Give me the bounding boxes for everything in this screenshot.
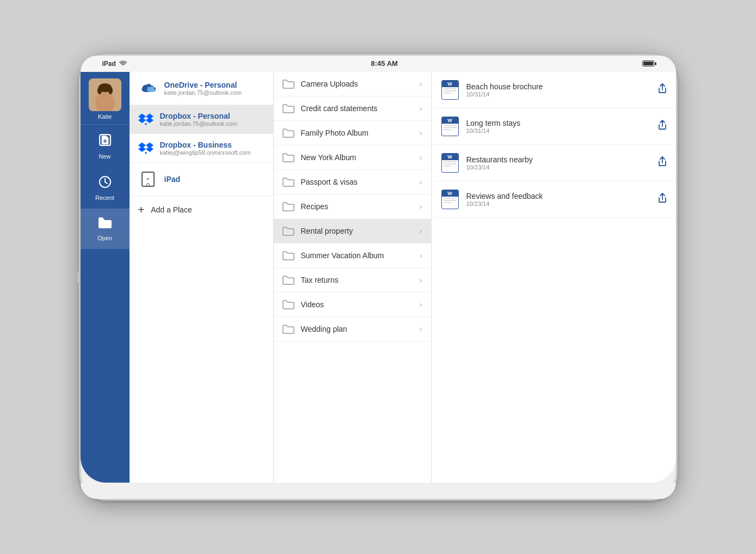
status-left: iPad xyxy=(102,60,127,68)
folder-item-4[interactable]: Passport & visas › xyxy=(274,170,431,194)
file-date-0: 10/31/14 xyxy=(466,91,651,98)
recent-icon xyxy=(98,175,112,192)
avatar xyxy=(89,78,121,111)
svg-line-14 xyxy=(105,182,107,184)
file-icon-3: W xyxy=(440,188,460,210)
add-place-label: Add a Place xyxy=(151,205,192,214)
folder-chevron-4: › xyxy=(420,178,422,186)
svg-marker-18 xyxy=(138,117,146,123)
nav-recent-label: Recent xyxy=(95,194,114,201)
file-date-2: 10/23/14 xyxy=(466,164,651,171)
folders-panel: Camera Uploads › Credit card statements … xyxy=(274,72,432,483)
folder-name-2: Family Photo Album xyxy=(301,129,413,137)
folder-name-9: Videos xyxy=(301,300,413,309)
folder-icon-4 xyxy=(282,177,294,187)
account-dropbox-business[interactable]: Dropbox - Business katiej@wingtip58.onmi… xyxy=(130,134,273,163)
nav-item-open[interactable]: Open xyxy=(81,209,130,249)
folder-chevron-7: › xyxy=(420,251,422,260)
status-bar: iPad 8:45 AM xyxy=(81,56,676,72)
folder-name-6: Rental property xyxy=(301,227,413,235)
file-item-1[interactable]: W Long term stays 10/31/14 xyxy=(432,108,676,145)
folder-item-6[interactable]: Rental property › xyxy=(274,219,431,243)
file-icon-2: W xyxy=(440,152,460,174)
folder-name-7: Summer Vacation Album xyxy=(301,251,413,260)
file-share-0[interactable] xyxy=(657,83,667,96)
file-name-0: Beach house brochure xyxy=(466,82,651,91)
file-item-3[interactable]: W Reviews and feedback 10/23/14 xyxy=(432,181,676,218)
file-item-0[interactable]: W Beach house brochure 10/31/14 xyxy=(432,72,676,108)
account-onedrive-text: OneDrive - Personal katie.jordan.75@outl… xyxy=(164,81,242,96)
account-dropbox-personal[interactable]: Dropbox - Personal katie.jordan.75@outlo… xyxy=(130,105,273,134)
dropbox-personal-icon xyxy=(138,112,153,127)
dropbox-business-icon xyxy=(138,141,153,156)
folder-icon-0 xyxy=(282,79,294,89)
main-area: Katie New xyxy=(81,72,676,483)
file-info-0: Beach house brochure 10/31/14 xyxy=(466,82,651,98)
folder-item-8[interactable]: Tax returns › xyxy=(274,268,431,293)
folder-item-3[interactable]: New York Album › xyxy=(274,145,431,170)
nav-new-label: New xyxy=(99,153,110,160)
folder-name-5: Recipes xyxy=(301,202,413,211)
folder-chevron-1: › xyxy=(420,104,422,113)
file-icon-0: W xyxy=(440,79,460,101)
file-icon-1: W xyxy=(440,115,460,137)
ipad-account-icon xyxy=(138,169,158,189)
folder-icon-10 xyxy=(282,324,294,334)
open-icon xyxy=(97,216,113,233)
onedrive-icon xyxy=(138,78,158,98)
file-share-1[interactable] xyxy=(657,119,667,133)
folder-name-4: Passport & visas xyxy=(301,178,413,186)
folder-chevron-3: › xyxy=(420,153,422,162)
nav-item-new[interactable]: New xyxy=(81,125,130,167)
account-dropbox-business-email: katiej@wingtip58.onmicrosoft.com xyxy=(160,149,251,156)
folder-name-3: New York Album xyxy=(301,153,413,162)
file-info-1: Long term stays 10/31/14 xyxy=(466,119,651,134)
account-ipad[interactable]: iPad xyxy=(130,163,273,196)
folder-item-5[interactable]: Recipes › xyxy=(274,194,431,219)
file-share-3[interactable] xyxy=(657,192,667,206)
folder-chevron-10: › xyxy=(420,325,422,333)
accounts-panel: OneDrive - Personal katie.jordan.75@outl… xyxy=(130,72,274,483)
folder-item-1[interactable]: Credit card statements › xyxy=(274,96,431,121)
account-dropbox-personal-name: Dropbox - Personal xyxy=(160,112,238,120)
status-right xyxy=(642,60,654,66)
status-time: 8:45 AM xyxy=(371,59,397,68)
nav-item-recent[interactable]: Recent xyxy=(81,167,130,209)
account-onedrive-name: OneDrive - Personal xyxy=(164,81,242,89)
add-place-item[interactable]: + Add a Place xyxy=(130,196,273,224)
folder-chevron-0: › xyxy=(420,80,422,88)
folder-name-1: Credit card statements xyxy=(301,104,413,113)
folder-item-10[interactable]: Wedding plan › xyxy=(274,317,431,342)
folder-chevron-9: › xyxy=(420,300,422,309)
folder-icon-3 xyxy=(282,153,294,162)
file-name-3: Reviews and feedback xyxy=(466,192,651,200)
new-icon xyxy=(97,132,113,151)
nav-username: Katie xyxy=(98,113,112,120)
folder-item-7[interactable]: Summer Vacation Album › xyxy=(274,243,431,268)
file-name-2: Restaurants nearby xyxy=(466,155,651,164)
nav-sidebar: Katie New xyxy=(81,72,130,483)
ipad-frame: iPad 8:45 AM xyxy=(79,54,678,501)
folder-icon-8 xyxy=(282,275,294,285)
file-item-2[interactable]: W Restaurants nearby 10/23/14 xyxy=(432,145,676,181)
avatar-section[interactable]: Katie xyxy=(81,72,130,125)
file-info-3: Reviews and feedback 10/23/14 xyxy=(466,192,651,207)
folder-item-9[interactable]: Videos › xyxy=(274,293,431,317)
files-panel: W Beach house brochure 10/31/14 xyxy=(432,72,676,483)
folder-chevron-5: › xyxy=(420,202,422,211)
file-share-2[interactable] xyxy=(657,156,667,169)
file-date-3: 10/23/14 xyxy=(466,200,651,207)
account-onedrive-personal[interactable]: OneDrive - Personal katie.jordan.75@outl… xyxy=(130,72,273,105)
svg-point-6 xyxy=(108,87,113,94)
svg-point-24 xyxy=(145,152,147,154)
folder-item-2[interactable]: Family Photo Album › xyxy=(274,121,431,145)
folder-name-8: Tax returns xyxy=(301,276,413,284)
svg-marker-23 xyxy=(138,146,146,152)
battery-icon xyxy=(642,60,654,66)
device-label: iPad xyxy=(102,60,116,68)
folder-item-0[interactable]: Camera Uploads › xyxy=(274,72,431,96)
folder-icon-5 xyxy=(282,202,294,211)
account-ipad-name: iPad xyxy=(164,175,181,184)
side-button xyxy=(77,272,81,283)
folder-name-0: Camera Uploads xyxy=(301,80,413,88)
